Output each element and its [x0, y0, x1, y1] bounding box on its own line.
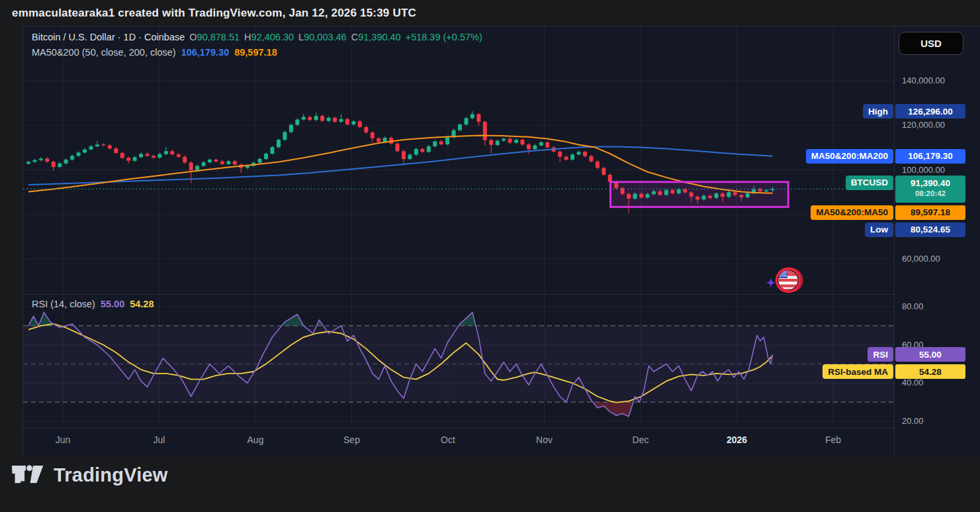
main-legend: Bitcoin / U.S. Dollar · 1D · CoinbaseO90…	[32, 32, 482, 62]
chart-panel: Bitcoin / U.S. Dollar · 1D · CoinbaseO90…	[23, 26, 980, 456]
time-axis-label: Jun	[40, 435, 86, 445]
time-axis-label: Nov	[521, 435, 568, 445]
rsi-legend: RSI (14, close)55.0054.28	[32, 299, 154, 309]
brand-name: TradingView	[54, 464, 168, 486]
rsi-legend-value: 55.00	[101, 299, 124, 309]
ohlc-value: 91,390.40	[358, 32, 401, 42]
ma200-legend-value: 106,179.30	[181, 47, 230, 58]
main-price-pane[interactable]: Bitcoin / U.S. Dollar · 1D · CoinbaseO90…	[23, 26, 895, 294]
ohlc-letter: H	[244, 32, 251, 42]
price-change: +518.39 (+0.57%)	[406, 32, 482, 42]
axis-tick-label: 40.00	[902, 378, 924, 387]
axis-tick-label: 60,000.00	[902, 254, 940, 264]
ohlc-value: 92,406.30	[251, 32, 294, 42]
time-axis-label: Feb	[810, 435, 856, 445]
badge-value-high: 126,296.00	[895, 104, 965, 119]
sparkle-icon	[766, 278, 776, 287]
axis-tick-label: 140,000.00	[902, 76, 945, 85]
ohlc-letter: C	[351, 32, 358, 42]
us-flag-sticker[interactable]	[762, 264, 808, 297]
countdown-timer: 08:20:42	[915, 188, 946, 199]
rsi-ma-legend-value: 54.28	[130, 299, 154, 309]
badge-label-btcusd: BTCUSD	[846, 176, 893, 190]
ma-indicator-title[interactable]: MA50&200 (50, close, 200, close)	[32, 47, 176, 58]
badge-value-btcusd: 91,390.4008:20:42	[895, 176, 965, 203]
time-axis-label: 2026	[714, 435, 760, 445]
badge-label-ma50: MA50&200:MA50	[811, 205, 893, 220]
rsi-indicator-title[interactable]: RSI (14, close)	[32, 299, 95, 309]
ohlc-letter: O	[189, 32, 197, 42]
badge-label-rsi: RSI	[868, 347, 893, 362]
time-axis-label: Dec	[617, 435, 664, 445]
axis-tick-label: 120,000.00	[902, 120, 945, 130]
ma200-line	[28, 147, 773, 185]
currency-toggle-button[interactable]: USD	[899, 32, 963, 55]
ohlc-value: 90,878.51	[197, 32, 240, 42]
time-axis-label: Jul	[136, 435, 183, 445]
badge-value-rsi_ma: 54.28	[895, 364, 965, 379]
ohlc-letter: L	[298, 32, 304, 42]
ohlc-value: 90,003.46	[304, 32, 347, 42]
tradingview-chart-screenshot: emmaculatearaka1 created with TradingVie…	[0, 0, 980, 512]
time-axis-label: Oct	[425, 435, 471, 445]
time-axis-label: Aug	[232, 435, 279, 445]
ohlc-values: O90,878.51H92,406.30L90,003.46C91,390.40	[185, 32, 400, 42]
badge-label-ma200: MA50&200:MA200	[806, 149, 893, 164]
badge-label-rsi_ma: RSI-based MA	[823, 364, 893, 379]
axis-tick-label: 100,000.00	[902, 165, 945, 175]
tradingview-logo-icon	[11, 462, 46, 487]
time-axis-label: Sep	[329, 435, 375, 445]
badge-value-low: 80,524.65	[895, 223, 965, 237]
badge-label-low: Low	[865, 223, 893, 237]
ma50-legend-value: 89,597.18	[234, 47, 277, 58]
tradingview-logo[interactable]: TradingView	[11, 462, 168, 487]
symbol-title[interactable]: Bitcoin / U.S. Dollar · 1D · Coinbase	[32, 32, 185, 42]
time-axis[interactable]: JunJulAugSepOctNovDec2026Feb	[23, 428, 980, 456]
rsi-plot-surface[interactable]	[23, 295, 895, 428]
axis-tick-label: 80.00	[902, 301, 924, 311]
rsi-pane[interactable]: RSI (14, close)55.0054.28	[23, 295, 895, 428]
watermark-text: emmaculatearaka1 created with TradingVie…	[12, 7, 416, 20]
main-plot-surface[interactable]	[23, 26, 895, 294]
badge-value-ma200: 106,179.30	[895, 149, 965, 164]
badge-label-high: High	[863, 104, 893, 119]
price-axis[interactable]: USD 140,000.00120,000.00100,000.0060,000…	[894, 26, 980, 456]
badge-value-rsi: 55.00	[895, 347, 965, 362]
axis-tick-label: 20.00	[902, 416, 924, 426]
badge-value-ma50: 89,597.18	[895, 205, 965, 220]
